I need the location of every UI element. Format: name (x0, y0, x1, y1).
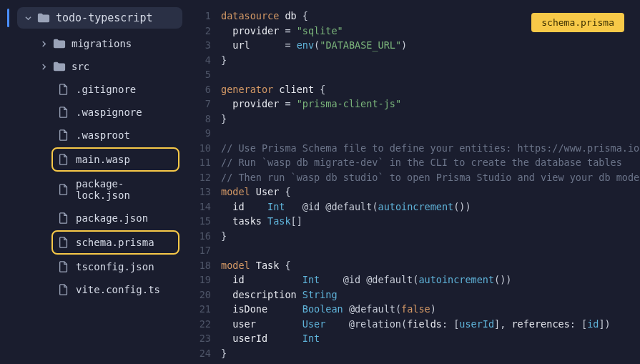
tree-root-label: todo-typescript (56, 11, 152, 24)
line-number: 2 (189, 24, 211, 39)
tree-file--waspignore[interactable]: .waspignore (0, 102, 182, 123)
code-line: url = env("DATABASE_URL") (221, 38, 640, 53)
file-icon (57, 284, 70, 295)
tree-file-vite-config-ts[interactable]: vite.config.ts (0, 279, 182, 300)
tree-file--wasproot[interactable]: .wasproot (0, 124, 182, 146)
code-line: } (221, 112, 640, 127)
line-number: 12 (189, 170, 211, 185)
active-indicator (7, 9, 9, 27)
tree-item-label: vite.config.ts (76, 284, 160, 295)
chevron-right-icon (40, 40, 47, 47)
line-number: 17 (189, 243, 211, 258)
code-line: id Int @id @default(autoincrement()) (221, 272, 640, 287)
line-number: 13 (189, 185, 211, 200)
tree-item-label: package-lock.json (76, 178, 175, 201)
code-line: } (221, 346, 640, 361)
code-editor[interactable]: schema.prisma 12345678910111213141516171… (189, 0, 640, 364)
file-icon (57, 261, 70, 272)
tree-file-package-lock-json[interactable]: package-lock.json (0, 173, 182, 206)
tree-file-schema-prisma[interactable]: schema.prisma (51, 230, 179, 255)
filename-badge: schema.prisma (531, 13, 624, 32)
code-block: 123456789101112131415161718192021222324 … (189, 9, 640, 360)
tree-root[interactable]: todo-typescript (17, 7, 182, 29)
code-line: provider = "prisma-client-js" (221, 97, 640, 112)
file-icon (57, 212, 70, 224)
line-number: 18 (189, 258, 211, 273)
file-icon (57, 237, 70, 248)
code-line: model User { (221, 185, 640, 200)
chevron-down-icon (24, 14, 31, 21)
file-icon (57, 129, 70, 141)
code-line: // Use Prisma Schema file to define your… (221, 141, 640, 156)
folder-icon (37, 12, 50, 24)
line-number: 20 (189, 287, 211, 302)
tree-item-label: src (72, 61, 89, 72)
code-line: generator client { (221, 82, 640, 97)
file-icon (57, 154, 70, 165)
line-number: 6 (189, 82, 211, 97)
code-line: id Int @id @default(autoincrement()) (221, 200, 640, 215)
code-line: // Run `wasp db migrate-dev` in the CLI … (221, 155, 640, 170)
tree-file-package-json[interactable]: package.json (0, 207, 182, 229)
line-number: 16 (189, 229, 211, 244)
file-icon (57, 84, 70, 95)
code-line (221, 126, 640, 141)
line-number: 9 (189, 126, 211, 141)
tree-folder-migrations[interactable]: migrations (0, 33, 182, 54)
tree-file-tsconfig-json[interactable]: tsconfig.json (0, 256, 182, 277)
file-icon (57, 107, 70, 118)
line-gutter: 123456789101112131415161718192021222324 (189, 9, 221, 360)
tree-item-label: migrations (72, 38, 132, 49)
tree-item-label: main.wasp (76, 154, 130, 165)
tree-item-label: tsconfig.json (76, 261, 154, 272)
code-line: description String (221, 287, 640, 302)
folder-icon (53, 61, 66, 72)
line-number: 21 (189, 302, 211, 317)
line-number: 14 (189, 200, 211, 215)
line-number: 10 (189, 141, 211, 156)
code-lines: datasource db { provider = "sqlite" url … (221, 9, 640, 360)
code-line: } (221, 53, 640, 68)
file-icon (57, 184, 70, 195)
tree-file-main-wasp[interactable]: main.wasp (51, 147, 179, 172)
code-line: } (221, 229, 640, 244)
tree-file--gitignore[interactable]: .gitignore (0, 79, 182, 100)
code-line: tasks Task[] (221, 214, 640, 229)
line-number: 1 (189, 9, 211, 24)
tree-item-label: .waspignore (76, 107, 142, 118)
line-number: 23 (189, 331, 211, 346)
code-line: user User @relation(fields: [userId], re… (221, 317, 640, 332)
tree-folder-src[interactable]: src (0, 56, 182, 77)
code-line (221, 67, 640, 82)
code-line (221, 243, 640, 258)
line-number: 15 (189, 214, 211, 229)
tree-item-label: package.json (76, 212, 148, 224)
code-line: model Task { (221, 258, 640, 273)
line-number: 8 (189, 112, 211, 127)
code-line: isDone Boolean @default(false) (221, 302, 640, 317)
tree-item-label: .wasproot (76, 129, 130, 141)
line-number: 5 (189, 67, 211, 82)
folder-icon (53, 38, 66, 49)
line-number: 24 (189, 346, 211, 361)
tree-item-label: .gitignore (76, 84, 136, 95)
line-number: 7 (189, 97, 211, 112)
code-line: // Then run `wasp db studio` to open Pri… (221, 170, 640, 185)
line-number: 19 (189, 272, 211, 287)
tree-item-label: schema.prisma (76, 237, 154, 248)
chevron-right-icon (40, 63, 47, 70)
file-tree-sidebar: todo-typescript migrationssrc.gitignore.… (0, 0, 189, 364)
line-number: 22 (189, 317, 211, 332)
line-number: 11 (189, 155, 211, 170)
line-number: 4 (189, 53, 211, 68)
code-line: userId Int (221, 331, 640, 346)
line-number: 3 (189, 38, 211, 53)
